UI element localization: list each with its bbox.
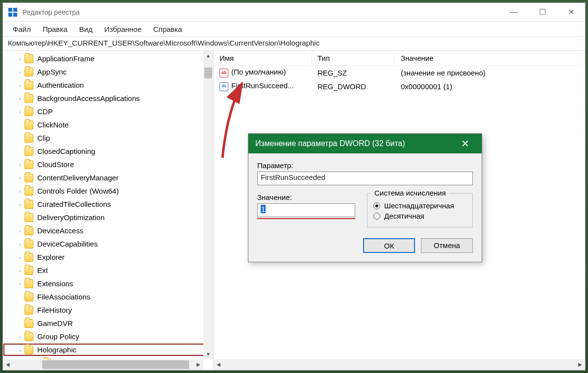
- scroll-right-icon[interactable]: ▶: [194, 359, 203, 370]
- menu-file[interactable]: Файл: [8, 23, 36, 35]
- tree-item[interactable]: ›Ext: [3, 264, 213, 277]
- scroll-thumb-h[interactable]: [42, 360, 189, 369]
- expander-icon[interactable]: ›: [17, 188, 24, 194]
- tree-item[interactable]: FileHistory: [3, 303, 213, 317]
- scroll-right-icon[interactable]: ▶: [575, 359, 585, 370]
- tree-item[interactable]: ›CuratedTileCollections: [3, 198, 213, 211]
- scroll-down-icon[interactable]: ▼: [203, 349, 213, 359]
- tree-item[interactable]: ›CDP: [3, 105, 213, 118]
- list-row[interactable]: (По умолчанию)REG_SZ(значение не присвое…: [214, 66, 585, 79]
- tree-item[interactable]: ›AppSync: [3, 65, 213, 78]
- expander-icon[interactable]: ›: [17, 82, 24, 88]
- close-button[interactable]: ✕: [557, 3, 585, 21]
- tree-pane: ›ApplicationFrame›AppSync›Authentication…: [3, 51, 214, 370]
- svg-rect-3: [13, 13, 17, 17]
- expander-icon[interactable]: ›: [17, 162, 24, 168]
- tree-item-label: Controls Folder (Wow64): [37, 187, 119, 195]
- expander-icon[interactable]: ›: [17, 201, 24, 207]
- expander-icon[interactable]: ›: [17, 56, 24, 62]
- col-name[interactable]: Имя: [214, 51, 312, 65]
- tree-scrollbar-vertical[interactable]: ▲ ▼: [203, 51, 213, 359]
- tree-item-label: DeliveryOptimization: [37, 213, 105, 222]
- menu-edit[interactable]: Правка: [38, 23, 73, 35]
- tree-item-label: ApplicationFrame: [37, 54, 95, 63]
- expander-icon[interactable]: ›: [17, 109, 24, 115]
- tree-item[interactable]: ›CloudStore: [3, 158, 213, 171]
- tree-scrollbar-horizontal[interactable]: ◀ ▶: [3, 359, 203, 370]
- svg-rect-2: [8, 13, 12, 17]
- tree-item[interactable]: ›ApplicationFrame: [3, 52, 213, 65]
- folder-icon: [24, 306, 33, 315]
- scroll-thumb[interactable]: [204, 68, 212, 78]
- base-fieldset: Система исчисления Шестнадцатеричная Дес…: [367, 193, 473, 227]
- tree-item-label: DeviceAccess: [37, 226, 83, 235]
- expander-icon[interactable]: ›: [17, 254, 24, 260]
- menubar: Файл Правка Вид Избранное Справка: [3, 22, 585, 36]
- tree-item[interactable]: ›ContentDeliveryManager: [3, 171, 213, 184]
- tree-item[interactable]: ›Extensions: [3, 277, 213, 290]
- tree-item-label: ClosedCaptioning: [37, 147, 95, 155]
- scroll-up-icon[interactable]: ▲: [203, 51, 213, 61]
- value-name: (По умолчанию): [231, 68, 286, 76]
- expander-icon[interactable]: ›: [17, 334, 24, 340]
- tree-item[interactable]: ClickNote: [3, 118, 213, 131]
- tree-item-label: Clip: [37, 134, 50, 142]
- tree-item[interactable]: ›Authentication: [3, 78, 213, 92]
- param-name-field[interactable]: FirstRunSucceeded: [257, 172, 473, 185]
- tree-item[interactable]: FileAssociations: [3, 290, 213, 303]
- col-value[interactable]: Значение: [395, 51, 585, 65]
- expander-icon[interactable]: ›: [17, 69, 24, 75]
- dialog-close-button[interactable]: ✕: [455, 138, 475, 149]
- expander-icon[interactable]: ›: [17, 228, 24, 234]
- col-type[interactable]: Тип: [312, 51, 395, 65]
- address-bar[interactable]: Компьютер\HKEY_CURRENT_USER\Software\Mic…: [3, 36, 585, 51]
- menu-favorites[interactable]: Избранное: [99, 23, 147, 35]
- tree-item[interactable]: ›Controls Folder (Wow64): [3, 184, 213, 198]
- menu-help[interactable]: Справка: [148, 23, 187, 35]
- expander-icon[interactable]: ›: [17, 96, 24, 101]
- titlebar[interactable]: Редактор реестра — ☐ ✕: [3, 3, 585, 22]
- expander-icon[interactable]: ›: [17, 281, 24, 287]
- tree-item-label: Holographic: [37, 346, 76, 354]
- dialog-title: Изменение параметра DWORD (32 бита): [255, 139, 455, 148]
- tree-item-label: Authentication: [37, 81, 84, 89]
- value-type: REG_SZ: [312, 69, 395, 77]
- tree-item[interactable]: ClosedCaptioning: [3, 145, 213, 158]
- svg-rect-1: [13, 8, 17, 12]
- value-data: 0x00000001 (1): [395, 82, 585, 91]
- radio-dec[interactable]: Десятичная: [373, 212, 466, 220]
- ok-button[interactable]: ОК: [363, 238, 415, 253]
- dialog-titlebar[interactable]: Изменение параметра DWORD (32 бита) ✕: [248, 134, 482, 153]
- expander-icon[interactable]: ›: [17, 268, 24, 274]
- minimize-button[interactable]: —: [500, 3, 528, 21]
- expander-icon[interactable]: ⌄: [17, 347, 24, 353]
- scroll-left-icon[interactable]: ◀: [3, 359, 13, 370]
- expander-icon[interactable]: ›: [17, 175, 24, 181]
- folder-icon: [24, 187, 33, 196]
- cancel-button[interactable]: Отмена: [421, 238, 473, 253]
- radio-dot-icon: [373, 213, 380, 220]
- menu-view[interactable]: Вид: [74, 23, 98, 35]
- tree-item[interactable]: ›DeviceCapabilities: [3, 237, 213, 250]
- tree-item[interactable]: DeliveryOptimization: [3, 211, 213, 224]
- edit-dword-dialog: Изменение параметра DWORD (32 бита) ✕ Па…: [248, 133, 482, 262]
- tree-item-label: FileAssociations: [37, 293, 90, 301]
- maximize-button[interactable]: ☐: [528, 3, 557, 21]
- tree-item[interactable]: Clip: [3, 131, 213, 145]
- value-label: Значение:: [257, 193, 355, 201]
- tree-item[interactable]: ›Explorer: [3, 250, 213, 264]
- tree-item[interactable]: ⌄Holographic: [3, 343, 213, 356]
- folder-icon: [24, 94, 33, 103]
- list-row[interactable]: FirstRunSucceed...REG_DWORD0x00000001 (1…: [214, 79, 585, 93]
- list-scrollbar-horizontal[interactable]: ◀ ▶: [214, 359, 585, 370]
- value-data-field[interactable]: 1: [257, 203, 355, 217]
- tree-item[interactable]: GameDVR: [3, 317, 213, 330]
- tree-item[interactable]: ›Group Policy: [3, 330, 213, 343]
- svg-rect-0: [8, 8, 12, 12]
- tree-item[interactable]: ›BackgroundAccessApplications: [3, 92, 213, 105]
- scroll-left-icon[interactable]: ◀: [214, 359, 223, 370]
- expander-icon[interactable]: ›: [17, 241, 24, 247]
- radio-hex[interactable]: Шестнадцатеричная: [373, 201, 466, 210]
- tree-item[interactable]: ›DeviceAccess: [3, 224, 213, 237]
- tree-item-label: Ext: [37, 266, 48, 274]
